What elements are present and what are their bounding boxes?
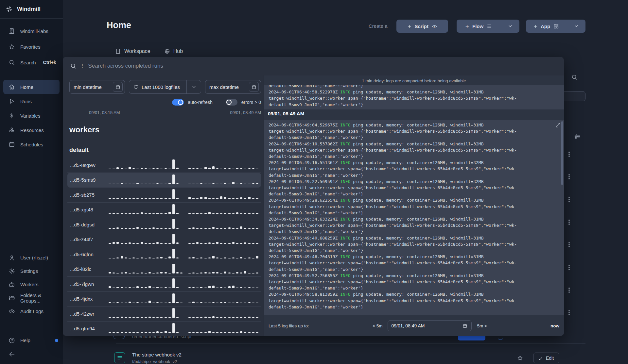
sidebar-item-help[interactable]: Help — [0, 334, 63, 347]
search-icon — [70, 63, 77, 69]
favorite-star-icon[interactable] — [517, 355, 523, 361]
create-flow-label: Flow — [472, 24, 483, 29]
log-datetime-value: 09/01, 08:49 AM — [391, 323, 425, 328]
create-a-label: Create a — [369, 23, 388, 29]
min-datetime-input[interactable]: min datetime — [69, 80, 125, 94]
create-app-label: App — [541, 24, 550, 29]
row-menu-kebab[interactable] — [566, 309, 572, 316]
log-datetime-input[interactable]: 09/01, 08:49 AM — [388, 320, 472, 331]
errors-label: errors > 0 — [241, 100, 261, 105]
sidebar-item-settings[interactable]: Settings — [0, 264, 63, 278]
worker-row[interactable]: ...d5-gtm94 — [67, 322, 261, 336]
worker-row[interactable]: ...d5-sb275 — [67, 188, 261, 203]
list-divider — [116, 343, 585, 344]
calendar-icon-button[interactable] — [249, 82, 259, 92]
sidebar-item-runs[interactable]: Runs — [0, 94, 63, 108]
sidebar-item-audit-logs[interactable]: Audit Logs — [0, 305, 63, 318]
sidebar-item-favorites[interactable]: Favorites — [0, 39, 63, 55]
worker-row[interactable]: ...d5-5sms9 — [67, 173, 261, 188]
worker-row[interactable]: ...d5-8sg9w — [67, 158, 261, 173]
log-panel: 1 min delay: logs are compacted before b… — [264, 75, 564, 336]
sidebar-item-schedules[interactable]: Schedules — [0, 137, 63, 152]
create-app-split-button: + App — [526, 20, 585, 33]
row-menu-kebab[interactable] — [566, 264, 572, 271]
worker-row[interactable]: ...d5-z44f7 — [67, 232, 261, 247]
worker-name: ...d5-z44f7 — [70, 237, 109, 242]
sidebar-item-resources[interactable]: Resources — [0, 123, 63, 137]
worker-row[interactable]: ...d5-4jdxx — [67, 292, 261, 307]
create-flow-split-button: + Flow — [457, 20, 519, 33]
arrow-left-icon — [9, 351, 15, 357]
log-block-current: 2024-09-01T06:49:04.529675Z INFO ping up… — [264, 120, 564, 315]
row-menu-kebab[interactable] — [566, 287, 572, 293]
sidebar-item-label: Workers — [20, 282, 39, 287]
log-line: default-5sms9-Jmn1G","name":"worker"} — [269, 85, 559, 89]
modal-search-bar: ! — [63, 57, 564, 75]
range-end: 09/01, 08:49 AM — [230, 110, 261, 115]
create-app-button[interactable]: + App — [526, 20, 567, 33]
worker-row[interactable]: ...d5-ddgsd — [67, 217, 261, 232]
create-script-button[interactable]: + Script </> — [396, 20, 448, 33]
errors-toggle[interactable] — [226, 99, 237, 106]
search-icon[interactable] — [571, 74, 578, 80]
calendar-icon-button[interactable] — [461, 322, 469, 330]
sidebar-item-search[interactable]: Search Ctrl+k — [0, 55, 63, 70]
sidebar-item-workers[interactable]: Workers — [0, 278, 63, 291]
item-title[interactable]: The stripe webhook v2 — [132, 352, 182, 357]
log-line: 2024-09-01T06:49:16.551361Z INFO ping up… — [269, 159, 559, 166]
create-app-dropdown-button[interactable] — [567, 20, 585, 33]
filter-sliders-icon[interactable] — [574, 133, 581, 140]
search-input[interactable] — [88, 63, 557, 69]
back-5m-button[interactable]: < 5m — [373, 323, 382, 328]
log-line: target=windmill_worker::worker span={"ho… — [269, 128, 559, 134]
toggle-knob — [226, 100, 232, 105]
logfiles-select[interactable]: Last 1000 logfiles — [129, 80, 201, 94]
row-menu-kebab[interactable] — [566, 151, 572, 157]
log-scrollbar-thumb[interactable] — [561, 121, 563, 185]
log-line: 2024-09-01T06:49:46.704319Z INFO ping up… — [269, 254, 559, 260]
home-icon — [9, 84, 15, 90]
tab-workspace[interactable]: Workspace — [115, 48, 150, 54]
sidebar-collapse-button[interactable] — [0, 347, 63, 361]
worker-row[interactable]: ...d5-6qfnn — [67, 247, 261, 262]
sidebar-nav-top: windmill-labs Favorites Search Ctrl+k — [0, 19, 63, 75]
worker-row[interactable]: ...d5-42zwr — [67, 306, 261, 322]
create-flow-button[interactable]: + Flow — [457, 20, 501, 33]
log-delay-notice: 1 min delay: logs are compacted before b… — [264, 78, 564, 83]
worker-name: ...d5-4jdxx — [70, 296, 109, 302]
log-line: target=windmill_worker::worker span={"ho… — [269, 222, 559, 228]
auto-refresh-toggle[interactable] — [172, 99, 184, 106]
tab-hub[interactable]: Hub — [164, 48, 183, 54]
row-menu-kebab[interactable] — [566, 241, 572, 248]
forward-5m-button[interactable]: 5m > — [477, 323, 487, 328]
toggle-knob — [178, 100, 183, 105]
brand[interactable]: Windmill — [0, 0, 63, 19]
create-flow-dropdown-button[interactable] — [501, 20, 519, 33]
log-line: 2024-09-01T06:49:22.569591Z INFO ping up… — [269, 178, 559, 185]
expand-icon[interactable] — [555, 123, 561, 128]
chevron-down-icon[interactable] — [186, 80, 201, 93]
sidebar-item-user[interactable]: User (rfiszel) — [0, 251, 63, 264]
worker-row[interactable]: ...d5-l82lc — [67, 262, 261, 277]
sidebar-item-variables[interactable]: Variables — [0, 108, 63, 123]
row-menu-kebab[interactable] — [566, 219, 572, 225]
log-line: 2024-09-01T06:49:58.813859Z INFO ping up… — [269, 291, 559, 297]
lines-icon — [117, 355, 123, 361]
log-line: 2024-09-01T06:49:40.688259Z INFO ping up… — [269, 235, 559, 241]
sidebar-item-folders-groups[interactable]: Folders & Groups... — [0, 291, 63, 305]
row-menu-kebab[interactable] — [566, 174, 572, 180]
max-datetime-input[interactable]: max datetime — [205, 80, 261, 94]
sidebar-item-windmill-labs[interactable]: windmill-labs — [0, 23, 63, 39]
calendar-icon — [462, 323, 467, 328]
dollar-icon — [9, 112, 15, 119]
row-menu-kebab[interactable] — [566, 196, 572, 203]
worker-row[interactable]: ...d5-xgt48 — [67, 203, 261, 218]
calendar-icon-button[interactable] — [113, 82, 123, 92]
now-button[interactable]: now — [550, 323, 559, 328]
edit-button[interactable]: Edit — [533, 353, 559, 363]
sidebar-item-label: Help — [20, 338, 30, 343]
log-line: target=windmill_worker::worker span={"ho… — [269, 260, 559, 266]
sidebar-item-label: windmill-labs — [20, 28, 48, 34]
sidebar-item-home[interactable]: Home — [3, 80, 60, 94]
worker-row[interactable]: ...d5-7lgwn — [67, 277, 261, 292]
